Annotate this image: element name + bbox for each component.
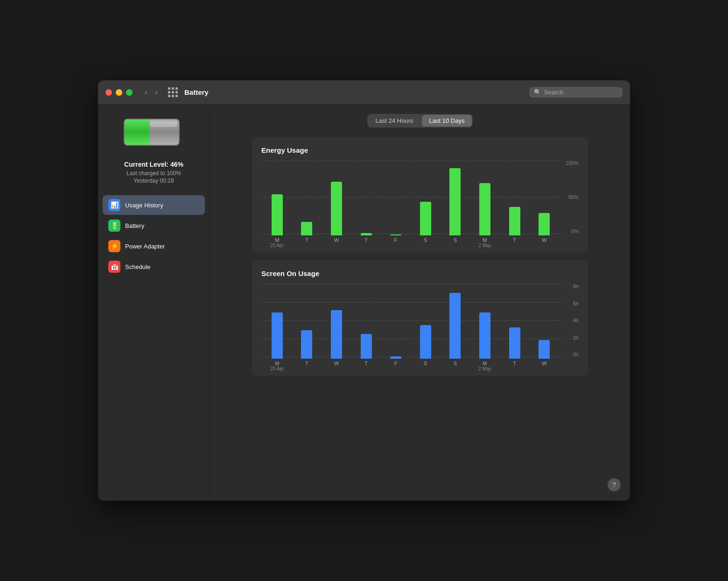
battery-icon-container	[124, 119, 184, 151]
screen-bar	[390, 356, 401, 359]
bar-group	[322, 284, 350, 359]
screen-y-axis: 8h 6h 4h 2h 0h	[560, 284, 579, 371]
screen-y-label-6h: 6h	[573, 301, 579, 306]
x-label-group: T	[293, 361, 321, 371]
nav-arrows: ‹ ›	[142, 86, 161, 98]
x-label-date: 2 May	[471, 366, 499, 371]
fullscreen-button[interactable]	[126, 89, 133, 96]
search-bar[interactable]: 🔍	[529, 87, 623, 98]
back-button[interactable]: ‹	[142, 86, 150, 98]
screen-bar	[272, 312, 283, 359]
x-label-group: M25 Apr	[263, 237, 291, 248]
search-icon: 🔍	[534, 89, 541, 96]
schedule-icon: 📅	[108, 261, 120, 273]
screen-chart-area: M25 AprTWTFSSM2 MayTW 8h 6h 4h 2h 0h	[261, 284, 579, 371]
sidebar: Current Level: 46% Last charged to 100% …	[98, 105, 210, 501]
energy-bar	[479, 183, 490, 235]
bar-group	[263, 161, 291, 235]
sidebar-item-schedule-label: Schedule	[125, 263, 150, 270]
x-label-day: S	[441, 361, 469, 366]
sidebar-item-power-adapter[interactable]: ⚡ Power Adapter	[103, 236, 205, 256]
screen-chart-inner: M25 AprTWTFSSM2 MayTW	[261, 284, 560, 371]
power-adapter-icon: ⚡	[108, 240, 120, 252]
bar-group	[501, 161, 529, 235]
bar-group	[441, 161, 469, 235]
energy-usage-chart-card: Energy Usage M25 AprTWTFSSM2 MayTW	[252, 137, 588, 253]
tab-switcher: Last 24 Hours Last 10 Days	[367, 114, 473, 128]
search-input[interactable]	[544, 89, 618, 96]
x-label-group: F	[382, 361, 410, 371]
x-label-date: 25 Apr	[263, 366, 291, 371]
bar-group	[382, 284, 410, 359]
screen-x-labels: M25 AprTWTFSSM2 MayTW	[261, 359, 560, 371]
sidebar-item-schedule[interactable]: 📅 Schedule	[103, 257, 205, 276]
screen-on-usage-chart-card: Screen On Usage M25 AprTWTFSSM2	[252, 260, 588, 376]
sidebar-item-power-adapter-label: Power Adapter	[125, 243, 165, 250]
x-label-group: T	[501, 237, 529, 248]
bar-group	[293, 284, 321, 359]
x-label-group: S	[412, 361, 440, 371]
screen-bar	[331, 310, 342, 359]
help-button[interactable]: ?	[608, 478, 621, 491]
energy-chart-area: M25 AprTWTFSSM2 MayTW 100% 50% 0%	[261, 161, 579, 248]
x-label-group: T	[352, 237, 380, 248]
energy-bar	[361, 233, 372, 235]
sidebar-item-usage-history[interactable]: 📊 Usage History	[103, 195, 205, 215]
sidebar-item-battery[interactable]: 🔋 Battery	[103, 216, 205, 235]
x-label-day: F	[382, 237, 410, 243]
bar-group	[441, 284, 469, 359]
energy-bar	[420, 202, 431, 235]
bar-group	[293, 161, 321, 235]
charts-container: Energy Usage M25 AprTWTFSSM2 MayTW	[252, 137, 588, 383]
x-label-day: M	[263, 361, 291, 366]
x-label-day: M	[263, 237, 291, 243]
minimize-button[interactable]	[116, 89, 122, 96]
forward-button[interactable]: ›	[152, 86, 161, 98]
x-label-day: T	[293, 361, 321, 366]
x-label-group: T	[501, 361, 529, 371]
bar-group	[471, 161, 499, 235]
traffic-lights	[105, 89, 133, 96]
energy-chart-title: Energy Usage	[261, 146, 579, 154]
x-label-day: W	[530, 361, 558, 366]
content-area: Last 24 Hours Last 10 Days Energy Usage	[210, 105, 630, 501]
grid-icon[interactable]	[168, 87, 178, 97]
x-label-group: M2 May	[471, 361, 499, 371]
x-label-group: W	[322, 237, 350, 248]
screen-bar	[301, 330, 312, 359]
energy-x-labels: M25 AprTWTFSSM2 MayTW	[261, 235, 560, 248]
x-label-day: M	[471, 237, 499, 243]
screen-y-label-0h: 0h	[573, 352, 579, 357]
battery-terminal	[179, 127, 180, 137]
energy-bar	[449, 168, 461, 235]
x-label-day: M	[471, 361, 499, 366]
bar-group	[322, 161, 350, 235]
main-content: Current Level: 46% Last charged to 100% …	[98, 105, 630, 501]
close-button[interactable]	[105, 89, 112, 96]
tab-last-10d[interactable]: Last 10 Days	[422, 115, 472, 127]
screen-y-label-4h: 4h	[573, 318, 579, 323]
x-label-day: W	[322, 237, 350, 243]
bar-group	[382, 161, 410, 235]
battery-last-charged: Last charged to 100%	[124, 170, 183, 177]
screen-chart-title: Screen On Usage	[261, 269, 579, 277]
screen-y-label-8h: 8h	[573, 284, 579, 289]
tab-last-24h[interactable]: Last 24 Hours	[368, 115, 421, 127]
sidebar-nav: 📊 Usage History 🔋 Battery ⚡ Power Adapte…	[98, 195, 210, 277]
x-label-group: M2 May	[471, 237, 499, 248]
x-label-day: S	[412, 237, 440, 243]
screen-bar	[420, 325, 431, 359]
bar-group	[412, 284, 440, 359]
x-label-day: T	[352, 361, 380, 366]
screen-y-label-2h: 2h	[573, 335, 579, 340]
energy-bar	[539, 213, 550, 235]
bar-group	[263, 284, 291, 359]
bar-group	[352, 161, 380, 235]
x-label-date: 25 Apr	[263, 243, 291, 248]
x-label-day: T	[501, 237, 529, 243]
x-label-group: T	[352, 361, 380, 371]
x-label-group: M25 Apr	[263, 361, 291, 371]
x-label-day: T	[501, 361, 529, 366]
screen-bar	[509, 327, 520, 359]
energy-bar	[272, 194, 283, 235]
